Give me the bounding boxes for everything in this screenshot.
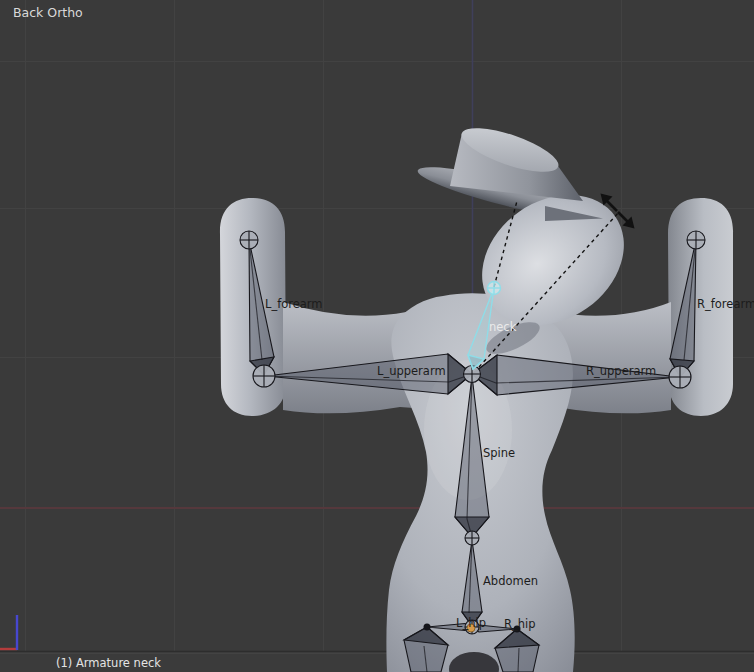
bone-label-l-upperarm: L_upperarm [377, 364, 446, 378]
bone-label-l-hip: L_hip [456, 616, 486, 630]
bone-label-r-forearm: R_forearm [697, 297, 754, 311]
bone-label-spine: Spine [483, 446, 515, 460]
joint-neck-tip[interactable] [488, 282, 501, 295]
bone-label-l-forearm: L_forearm [265, 297, 323, 311]
blender-3d-viewport[interactable]: Back Ortho (1) Armature neck L_forearm R… [0, 0, 754, 672]
joint-l-hip-end[interactable] [424, 624, 431, 631]
joint-waist[interactable] [465, 531, 479, 545]
bone-label-r-hip: R_hip [504, 617, 536, 631]
viewport-canvas[interactable]: Back Ortho (1) Armature neck L_forearm R… [0, 0, 754, 672]
joint-r-wrist[interactable] [687, 231, 705, 249]
bone-label-r-upperarm: R_upperarm [586, 364, 656, 378]
joint-l-wrist[interactable] [240, 231, 258, 249]
joint-l-elbow[interactable] [253, 365, 275, 387]
bone-label-abdomen: Abdomen [483, 574, 538, 588]
view-name-label: Back Ortho [13, 5, 83, 20]
status-bar-text: (1) Armature neck [56, 656, 161, 670]
bone-label-neck: neck [489, 320, 517, 334]
joint-r-elbow[interactable] [669, 366, 691, 388]
